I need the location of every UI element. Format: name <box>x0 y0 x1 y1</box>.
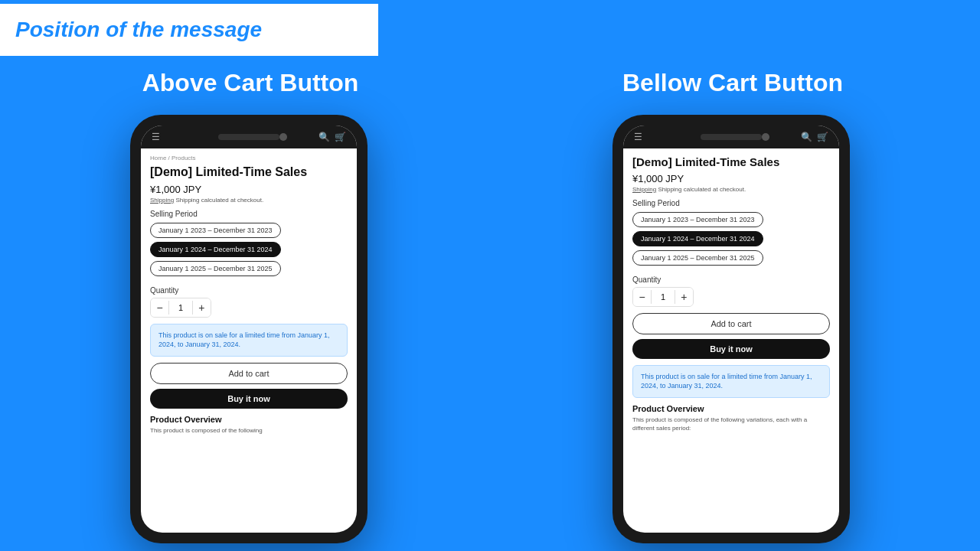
left-variant-2024[interactable]: January 1 2024 – December 31 2024 <box>150 242 281 257</box>
right-buy-now[interactable]: Buy it now <box>632 339 830 359</box>
left-buy-now[interactable]: Buy it now <box>150 389 348 409</box>
right-product-title: [Demo] Limited-Time Sales <box>632 155 830 170</box>
left-qty-plus[interactable]: + <box>193 298 211 317</box>
right-sale-message: This product is on sale for a limited ti… <box>632 365 830 398</box>
right-menu-icon[interactable]: ☰ <box>634 132 642 142</box>
left-qty-minus[interactable]: − <box>151 298 168 317</box>
right-notch-bar: ☰ 🔍 🛒 <box>623 126 839 148</box>
left-overview-title: Product Overview <box>150 415 348 424</box>
header-title: Position of the message <box>15 18 262 42</box>
right-qty-minus[interactable]: − <box>633 288 651 306</box>
right-quantity-label: Quantity <box>632 276 830 284</box>
left-product-content: Home / Products [Demo] Limited-Time Sale… <box>141 148 357 533</box>
right-variant-2025[interactable]: January 1 2025 – December 31 2025 <box>632 250 763 266</box>
left-variant-2025[interactable]: January 1 2025 – December 31 2025 <box>150 261 281 276</box>
right-product-price: ¥1,000 JPY <box>632 173 830 184</box>
right-product-content: [Demo] Limited-Time Sales ¥1,000 JPY Shi… <box>623 148 839 533</box>
right-qty-value: 1 <box>651 290 675 304</box>
right-shipping: Shipping Shipping calculated at checkout… <box>632 186 830 193</box>
right-search-icon[interactable]: 🔍 <box>801 132 812 142</box>
left-product-title: [Demo] Limited-Time Sales <box>150 165 348 181</box>
right-phone-screen: ☰ 🔍 🛒 [Demo] Limited-Time Sales ¥1,000 J… <box>623 126 839 533</box>
left-notch-pill <box>218 134 279 140</box>
right-overview-text: This product is composed of the followin… <box>632 416 830 432</box>
right-phone: ☰ 🔍 🛒 [Demo] Limited-Time Sales ¥1,000 J… <box>612 115 850 543</box>
right-camera <box>762 133 769 141</box>
left-phone: ☰ 🔍 🛒 Home / Products [Demo] Limited-Tim… <box>130 115 368 543</box>
left-camera <box>279 133 287 141</box>
right-add-to-cart[interactable]: Add to cart <box>632 313 830 334</box>
right-quantity-control: − 1 + <box>632 287 694 307</box>
left-quantity-control: − 1 + <box>150 298 211 318</box>
right-section-title: Bellow Cart Button <box>622 69 843 97</box>
left-product-price: ¥1,000 JPY <box>150 184 348 195</box>
right-variants: January 1 2023 – December 31 2023 Januar… <box>632 212 830 269</box>
right-cart-icon[interactable]: 🛒 <box>817 132 828 142</box>
right-variant-2023[interactable]: January 1 2023 – December 31 2023 <box>632 212 763 227</box>
left-breadcrumb: Home / Products <box>150 155 348 161</box>
left-quantity-label: Quantity <box>150 286 348 295</box>
left-menu-icon[interactable]: ☰ <box>152 132 160 142</box>
left-phone-screen: ☰ 🔍 🛒 Home / Products [Demo] Limited-Tim… <box>141 126 357 533</box>
left-overview-text: This product is composed of the followin… <box>150 426 348 435</box>
left-qty-value: 1 <box>168 301 192 315</box>
left-shipping: Shipping Shipping calculated at checkout… <box>150 197 348 204</box>
right-notch-pill <box>701 134 762 140</box>
right-qty-plus[interactable]: + <box>675 288 693 306</box>
left-notch-bar: ☰ 🔍 🛒 <box>141 126 357 148</box>
left-cart-icon[interactable]: 🛒 <box>335 132 346 142</box>
left-selling-period-label: Selling Period <box>150 210 348 218</box>
left-section-title: Above Cart Button <box>142 69 359 97</box>
left-search-icon[interactable]: 🔍 <box>318 132 330 142</box>
right-variant-2024[interactable]: January 1 2024 – December 31 2024 <box>632 231 763 246</box>
left-sale-message: This product is on sale for a limited ti… <box>150 324 348 357</box>
left-variants: January 1 2023 – December 31 2023 Januar… <box>150 223 348 280</box>
right-overview-title: Product Overview <box>632 404 830 413</box>
header-label-box: Position of the message <box>0 4 378 56</box>
left-variant-2023[interactable]: January 1 2023 – December 31 2023 <box>150 223 281 238</box>
left-add-to-cart[interactable]: Add to cart <box>150 363 348 384</box>
right-selling-period-label: Selling Period <box>632 199 830 207</box>
